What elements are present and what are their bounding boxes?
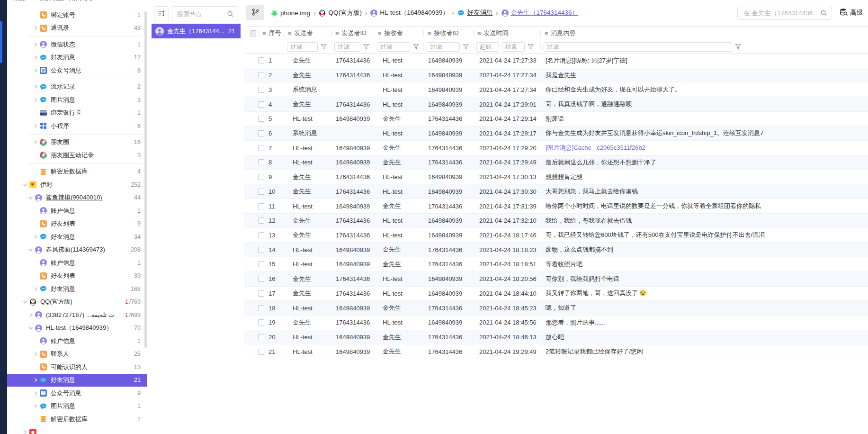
filter-funnel-icon[interactable] — [735, 44, 741, 50]
column-header[interactable]: ≡序号 — [259, 29, 284, 37]
breadcrumb-item[interactable]: QQ(官方版) — [319, 9, 362, 17]
chevron-right-icon[interactable] — [32, 376, 39, 384]
chevron-right-icon[interactable] — [32, 83, 39, 90]
tree-view-toggle-button[interactable] — [246, 5, 264, 20]
sidebar-item[interactable]: 小程序6 — [7, 119, 147, 133]
table-row[interactable]: 15HL-test1649840939金先生17643144362021-04-… — [244, 257, 868, 272]
column-menu-icon[interactable]: ≡ — [428, 30, 431, 36]
sidebar-item[interactable]: 伊对252 — [7, 178, 147, 191]
chevron-right-icon[interactable] — [32, 138, 39, 146]
row-checkbox[interactable] — [258, 276, 264, 282]
column-header[interactable]: ≡消息内容 — [541, 29, 868, 37]
row-checkbox[interactable] — [258, 334, 264, 340]
selected-node-row[interactable]: 金先生（17643144... 21 — [152, 24, 241, 38]
chevron-right-icon[interactable] — [32, 389, 39, 397]
row-checkbox[interactable] — [258, 101, 264, 108]
table-row[interactable]: 11HL-test1649840939金先生17643144362021-04-… — [244, 199, 868, 214]
sidebar-item[interactable]: 解密后数据库4 — [7, 165, 147, 179]
table-row[interactable]: 20HL-test1649840939金先生17643144362021-04-… — [244, 330, 868, 345]
column-menu-icon[interactable]: ≡ — [262, 30, 266, 36]
sidebar-item[interactable]: 解密后数据库1 — [7, 413, 147, 426]
chevron-down-icon[interactable] — [27, 324, 35, 332]
sidebar-item[interactable]: 好友列表39 — [7, 270, 147, 283]
chevron-right-icon[interactable] — [32, 285, 39, 293]
column-header[interactable]: ≡发送者ID — [331, 29, 374, 37]
tree-scrollbar[interactable] — [144, 11, 147, 348]
chevron-right-icon[interactable] — [21, 428, 29, 434]
column-header[interactable]: ≡接收者 — [374, 29, 424, 37]
chevron-right-icon[interactable] — [32, 54, 39, 61]
table-row[interactable]: 5HL-test1649840939金先生17643144362021-04-2… — [244, 112, 868, 127]
sidebar-item[interactable]: 公众号消息8 — [7, 64, 147, 77]
table-row[interactable]: 7HL-test1649840939金先生17643144362021-04-2… — [244, 141, 868, 155]
toolbar-label[interactable]: 刷新 — [14, 0, 26, 1]
filter-input[interactable] — [287, 42, 318, 52]
sidebar-item[interactable]: 公众号消息9 — [7, 387, 147, 400]
sidebar-item[interactable]: (3382727187) ...ت تله‌يمه1/699 — [7, 308, 147, 322]
column-menu-icon[interactable]: ≡ — [477, 30, 481, 36]
sidebar-item[interactable]: 朋友圈16 — [7, 136, 147, 149]
toolbar-label[interactable]: 切换视图 详情/关闭 — [39, 0, 92, 1]
row-checkbox[interactable] — [258, 72, 264, 78]
node-search-input[interactable] — [172, 10, 227, 18]
sidebar-item[interactable]: 图片消息3 — [7, 93, 147, 107]
table-row[interactable]: 21HL-test1649840939金先生17643144362021-04-… — [244, 344, 868, 359]
table-row[interactable]: 12金先生1764314436HL-test16498409392021-04-… — [244, 214, 868, 228]
filter-funnel-icon[interactable] — [528, 44, 534, 50]
row-checkbox[interactable] — [258, 349, 264, 355]
chevron-right-icon[interactable] — [32, 233, 39, 241]
chevron-right-icon[interactable] — [32, 122, 39, 130]
sidebar-item[interactable]: 好友列表9 — [7, 217, 147, 231]
chevron-right-icon[interactable] — [32, 402, 39, 410]
row-checkbox[interactable] — [258, 189, 264, 195]
chevron-right-icon[interactable] — [32, 24, 39, 32]
sidebar-item[interactable]: 春风拂面(114369473)208 — [7, 244, 147, 257]
filter-funnel-icon[interactable] — [363, 44, 369, 50]
breadcrumb-item[interactable]: phone.img — [271, 9, 310, 17]
sidebar-item[interactable]: 微信状态1 — [7, 38, 147, 51]
row-checkbox[interactable] — [258, 145, 264, 151]
sidebar-item-partial[interactable] — [7, 426, 147, 434]
table-row[interactable]: 18HL-test1649840939金先生17643144362021-04-… — [244, 301, 868, 316]
chevron-down-icon[interactable] — [27, 246, 35, 253]
sidebar-item[interactable]: QQ(官方版)1/769 — [7, 296, 147, 309]
row-checkbox[interactable] — [258, 261, 264, 267]
table-row[interactable]: 4金先生1764314436HL-test16498409392021-04-2… — [244, 97, 868, 112]
sidebar-item[interactable]: 鲨鱼辣椒(99040010)44 — [7, 191, 147, 205]
row-checkbox[interactable] — [258, 174, 264, 180]
sidebar-item[interactable]: 绑定账号1 — [7, 9, 147, 22]
breadcrumb-item[interactable]: 金先生（1764314436） — [501, 9, 579, 17]
message-search-input[interactable] — [738, 9, 820, 17]
row-checkbox[interactable] — [258, 203, 264, 209]
row-checkbox[interactable] — [258, 319, 264, 326]
select-all-checkbox[interactable] — [250, 30, 256, 36]
chevron-right-icon[interactable] — [32, 350, 39, 358]
chevron-down-icon[interactable] — [27, 194, 35, 201]
row-checkbox[interactable] — [258, 87, 264, 93]
table-row[interactable]: 8HL-test1649840939金先生17643144362021-04-2… — [244, 155, 868, 170]
table-row[interactable]: 10金先生1764314436HL-test16498409392021-04-… — [244, 184, 868, 199]
cell-message-link[interactable]: [图片消息]Cache_-c2065c3511f26b2 — [541, 144, 868, 152]
filter-funnel-icon[interactable] — [463, 44, 469, 50]
filter-start-input[interactable] — [476, 42, 499, 52]
filter-funnel-icon[interactable] — [321, 44, 327, 50]
column-menu-icon[interactable]: ≡ — [378, 30, 382, 36]
table-row[interactable]: 1金先生1764314436HL-test16498409392021-04-2… — [244, 54, 868, 68]
table-row[interactable]: 3系统消息HL-test16498409392021-04-24 17:27:3… — [244, 82, 868, 97]
breadcrumb-item[interactable]: 好友消息 — [457, 9, 492, 17]
filter-funnel-icon[interactable] — [413, 44, 419, 50]
table-row[interactable]: 14HL-test1649840939金先生17643144362021-04-… — [244, 243, 868, 257]
column-header[interactable]: ≡发送者 — [284, 29, 331, 37]
chevron-right-icon[interactable] — [32, 41, 39, 48]
advanced-search-button[interactable]: 高级 — [840, 8, 868, 18]
sidebar-item[interactable]: 可能认识的人13 — [7, 361, 147, 374]
filter-input[interactable] — [544, 42, 732, 52]
row-checkbox[interactable] — [258, 130, 264, 136]
row-checkbox[interactable] — [258, 305, 264, 311]
chevron-right-icon[interactable] — [32, 67, 39, 74]
filter-end-input[interactable] — [502, 42, 525, 52]
sidebar-item[interactable]: 账户信息1 — [7, 335, 147, 348]
table-row[interactable]: 13金先生1764314436HL-test16498409392021-04-… — [244, 228, 868, 243]
chevron-down-icon[interactable] — [21, 181, 29, 189]
sidebar-item[interactable]: 流水记录2 — [7, 81, 147, 94]
